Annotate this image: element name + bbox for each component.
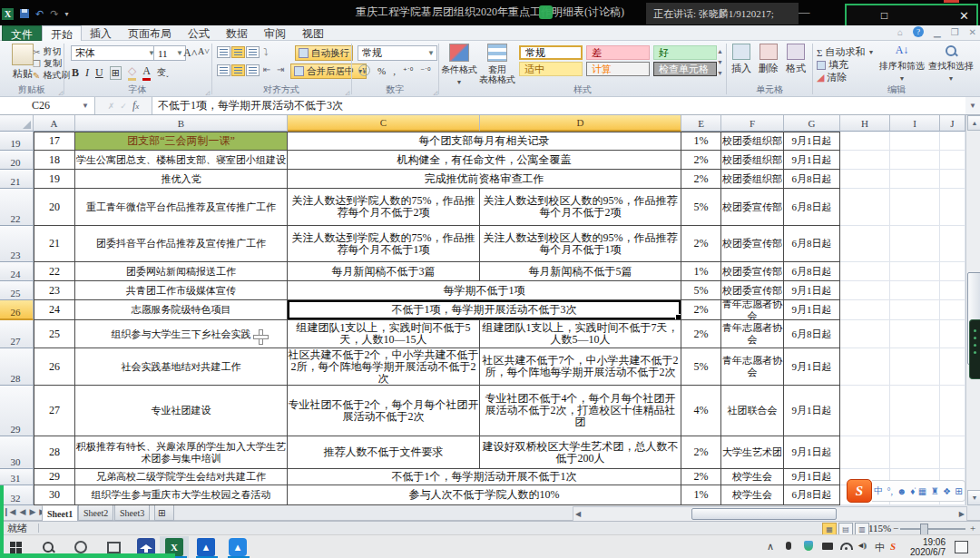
column-header-C[interactable]: C: [288, 115, 480, 132]
cell-item-number[interactable]: 21: [34, 226, 75, 262]
cell-task[interactable]: 积极推荐有特长、兴趣浓厚的学生加入大学生艺术团参与集中培训: [75, 436, 288, 469]
row-header-31[interactable]: 31: [0, 469, 34, 485]
page-layout-view-button[interactable]: ▤: [838, 523, 853, 535]
cell-start-date[interactable]: 9月1日起: [784, 132, 840, 151]
decrease-indent-icon[interactable]: ⇤: [263, 64, 270, 74]
window-close-icon[interactable]: ✕: [969, 27, 976, 37]
format-cells-button[interactable]: 格式: [783, 44, 808, 75]
sogou-toolbox-icon[interactable]: ⊞: [955, 486, 962, 496]
cell-weight[interactable]: 1%: [681, 262, 721, 281]
cell-empty[interactable]: [940, 300, 965, 320]
formula-bar-expand-icon[interactable]: ▼: [965, 97, 980, 114]
cell-task[interactable]: 共青团工作市级媒体宣传: [75, 281, 288, 300]
cell-start-date[interactable]: 9月1日起: [784, 151, 840, 170]
cell-empty[interactable]: [940, 386, 965, 436]
maximize-button[interactable]: □: [881, 9, 887, 23]
cell-department[interactable]: 青年志愿者协会: [721, 300, 784, 320]
cell-empty[interactable]: [940, 132, 965, 151]
percent-icon[interactable]: %: [377, 65, 386, 76]
cell-requirement-merged[interactable]: 每个团支部每月有相关记录: [288, 132, 681, 151]
cell-start-date[interactable]: 9月1日起: [784, 300, 840, 320]
cell-requirement-merged[interactable]: 不低于1个，每学期活动开展不低于1次: [288, 469, 681, 485]
ribbon-tab-开始[interactable]: 开始: [42, 25, 82, 41]
cell-start-date[interactable]: 9月1日起: [784, 281, 840, 300]
help-icon[interactable]: ?: [913, 26, 924, 37]
cell-empty[interactable]: [890, 386, 940, 436]
row-header-20[interactable]: 20: [0, 151, 34, 170]
cell-department[interactable]: 校团委宣传部: [721, 262, 784, 281]
cell-start-date[interactable]: 6月8日起: [784, 226, 840, 262]
copy-button[interactable]: ❐复制: [33, 57, 62, 70]
cell-requirement-c[interactable]: 每月新闻稿不低于3篇: [288, 262, 480, 281]
cell-department[interactable]: 社团联合会: [721, 386, 784, 436]
cell-weight[interactable]: 5%: [681, 281, 721, 300]
cell-requirement-d[interactable]: 每月新闻稿不低于5篇: [480, 262, 681, 281]
cell-item-number[interactable]: 22: [34, 262, 75, 281]
cut-button[interactable]: ✂剪切: [33, 45, 61, 58]
cell-item-number[interactable]: 28: [34, 436, 75, 469]
row-header-21[interactable]: 21: [0, 170, 34, 189]
cell-requirement-c[interactable]: 组建团队1支以上，实践时间不低于5天，人数10—15人: [288, 320, 480, 348]
orientation-icon[interactable]: ⤵: [263, 46, 269, 57]
excel-app-icon[interactable]: X: [2, 8, 14, 20]
cell-style-好[interactable]: 好: [653, 45, 717, 60]
cell-item-number[interactable]: 18: [34, 151, 75, 170]
cell-task[interactable]: 学生公寓团总支、楼栋团支部、寝室团小组建设: [75, 151, 288, 170]
cell-empty[interactable]: [840, 281, 890, 300]
column-header-H[interactable]: H: [840, 115, 890, 132]
fill-color-button[interactable]: ◇: [128, 64, 136, 81]
close-button[interactable]: ✕: [959, 9, 969, 24]
cell-task[interactable]: 兄弟高校二级学院学生会结对共建工作: [75, 469, 288, 485]
row-header-28[interactable]: 28: [0, 348, 34, 386]
cell-requirement-c[interactable]: 推荐人数不低于文件要求: [288, 436, 480, 469]
sheet-tab-Sheet2[interactable]: Sheet2: [78, 505, 113, 521]
styles-scroll-down-icon[interactable]: ▼: [717, 59, 723, 66]
taskbar-clock[interactable]: 19:062020/6/7: [906, 537, 946, 557]
cell-empty[interactable]: [940, 320, 965, 348]
underline-button[interactable]: U: [95, 66, 103, 80]
cell-weight[interactable]: 2%: [681, 469, 721, 485]
cell-task[interactable]: 团委网站新闻稿报送工作: [75, 262, 288, 281]
cell-empty[interactable]: [840, 386, 890, 436]
cell-empty[interactable]: [890, 151, 940, 170]
currency-icon[interactable]: ¥: [358, 64, 370, 76]
sogou-punct-icon[interactable]: °,: [887, 486, 894, 496]
cell-style-适中[interactable]: 适中: [519, 62, 583, 76]
font-color-button[interactable]: A: [142, 64, 151, 81]
cell-task[interactable]: 重工青年微信平台作品推荐及宣传推广工作: [75, 189, 288, 226]
redo-icon[interactable]: ↷: [50, 8, 58, 20]
cell-empty[interactable]: [890, 132, 940, 151]
page-break-view-button[interactable]: ▥: [855, 523, 869, 535]
sogou-keyboard-icon[interactable]: ▦: [918, 486, 926, 496]
cell-task[interactable]: 志愿服务院级特色项目: [75, 300, 288, 320]
row-header-19[interactable]: 19: [0, 132, 34, 151]
row-header-30[interactable]: 30: [0, 436, 34, 469]
cell-task[interactable]: 专业社团建设: [75, 386, 288, 436]
phonetic-button[interactable]: 变˯: [157, 66, 169, 79]
cell-start-date[interactable]: 6月8日起: [784, 262, 840, 281]
cell-start-date[interactable]: 9月1日起: [784, 436, 840, 469]
cell-requirement-d[interactable]: 建设好双桥校区大学生艺术团，总人数不低于200人: [480, 436, 681, 469]
row-header-23[interactable]: 23: [0, 226, 34, 262]
cell-department[interactable]: 校团委组织部: [721, 170, 784, 189]
align-center-icon[interactable]: [231, 64, 245, 76]
cell-weight[interactable]: 2%: [681, 436, 721, 469]
horizontal-scroll-thumb[interactable]: [691, 508, 837, 520]
grow-font-icon[interactable]: A˄: [183, 46, 197, 60]
horizontal-scrollbar[interactable]: ◀ ▶: [573, 506, 967, 522]
volume-icon[interactable]: ◄)): [857, 541, 865, 550]
microphone-icon[interactable]: [786, 541, 791, 552]
bold-button[interactable]: B: [72, 66, 79, 80]
antivirus-shield-icon[interactable]: [804, 541, 813, 553]
sogou-logo-icon[interactable]: S: [847, 479, 872, 503]
cell-weight[interactable]: 2%: [681, 170, 721, 189]
cell-requirement-c[interactable]: 关注人数达到学院人数的75%，作品推荐每个月不低于1项: [288, 226, 480, 262]
sogou-mic-icon[interactable]: ♦̍: [910, 486, 914, 496]
ribbon-tab-视图[interactable]: 视图: [294, 25, 332, 41]
column-header-F[interactable]: F: [721, 115, 784, 132]
column-header-I[interactable]: I: [890, 115, 940, 132]
cell-empty[interactable]: [890, 170, 940, 189]
column-header-A[interactable]: A: [34, 115, 75, 132]
cell-weight[interactable]: 2%: [681, 226, 721, 262]
cell-empty[interactable]: [890, 436, 940, 469]
